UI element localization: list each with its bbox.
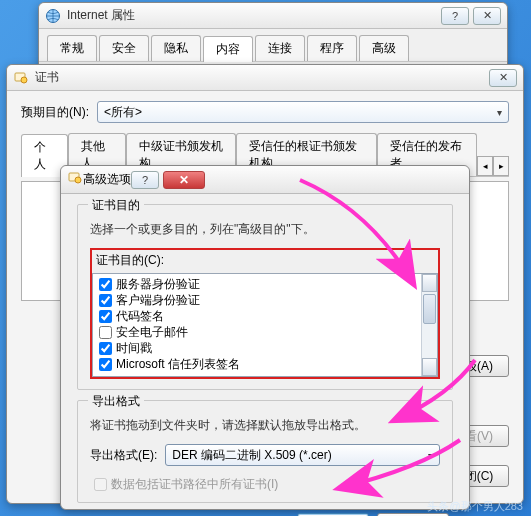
include-path-checkbox bbox=[94, 478, 107, 491]
purpose-checkbox[interactable] bbox=[99, 342, 112, 355]
purpose-item[interactable]: 时间戳 bbox=[95, 340, 419, 356]
ie-tabs: 常规 安全 隐私 内容 连接 程序 高级 bbox=[39, 29, 507, 62]
tab-general[interactable]: 常规 bbox=[47, 35, 97, 61]
tab-connections[interactable]: 连接 bbox=[255, 35, 305, 61]
purpose-item[interactable]: 服务器身份验证 bbox=[95, 276, 419, 292]
close-button[interactable]: ✕ bbox=[489, 69, 517, 87]
export-format-value: DER 编码二进制 X.509 (*.cer) bbox=[172, 447, 331, 464]
purpose-checkbox[interactable] bbox=[99, 278, 112, 291]
intended-purpose-combo[interactable]: <所有> bbox=[97, 101, 509, 123]
svg-point-4 bbox=[75, 177, 81, 183]
tab-privacy[interactable]: 隐私 bbox=[151, 35, 201, 61]
watermark: 头条@那个男人283 bbox=[427, 499, 523, 514]
certificate-icon bbox=[67, 170, 83, 189]
purpose-list-label: 证书目的(C): bbox=[92, 250, 438, 273]
export-groupbox: 导出格式 将证书拖动到文件夹时，请选择默认拖放导出格式。 导出格式(E): DE… bbox=[77, 400, 453, 503]
close-button[interactable]: ✕ bbox=[473, 7, 501, 25]
tab-advanced[interactable]: 高级 bbox=[359, 35, 409, 61]
close-button[interactable]: ✕ bbox=[163, 171, 205, 189]
include-path-label: 数据包括证书路径中所有证书(I) bbox=[111, 476, 278, 493]
purpose-hint: 选择一个或更多目的，列在"高级目的"下。 bbox=[90, 221, 440, 238]
purpose-checkbox[interactable] bbox=[99, 294, 112, 307]
dialog-title: 高级选项 bbox=[83, 171, 131, 188]
help-button[interactable]: ? bbox=[131, 171, 159, 189]
purpose-item[interactable]: 安全电子邮件 bbox=[95, 324, 419, 340]
export-format-label: 导出格式(E): bbox=[90, 447, 157, 464]
window-title: Internet 属性 bbox=[67, 7, 441, 24]
titlebar: 证书 ✕ bbox=[7, 65, 523, 91]
purpose-checkbox[interactable] bbox=[99, 310, 112, 323]
window-title: 证书 bbox=[35, 69, 489, 86]
purpose-highlight-box: 证书目的(C): 服务器身份验证 客户端身份验证 代码签名 安全电子邮件 时间戳… bbox=[90, 248, 440, 379]
tab-scroll-left[interactable]: ◂ bbox=[477, 156, 493, 176]
tab-scroll-right[interactable]: ▸ bbox=[493, 156, 509, 176]
help-button[interactable]: ? bbox=[441, 7, 469, 25]
intended-purpose-value: <所有> bbox=[104, 104, 142, 121]
advanced-options-dialog: 高级选项 ? ✕ 证书目的 选择一个或更多目的，列在"高级目的"下。 证书目的(… bbox=[60, 165, 470, 510]
tab-security[interactable]: 安全 bbox=[99, 35, 149, 61]
globe-icon bbox=[45, 8, 61, 24]
purpose-item[interactable]: 客户端身份验证 bbox=[95, 292, 419, 308]
intended-purpose-label: 预期目的(N): bbox=[21, 104, 89, 121]
include-path-row[interactable]: 数据包括证书路径中所有证书(I) bbox=[90, 476, 440, 492]
tab-programs[interactable]: 程序 bbox=[307, 35, 357, 61]
purpose-groupbox: 证书目的 选择一个或更多目的，列在"高级目的"下。 证书目的(C): 服务器身份… bbox=[77, 204, 453, 390]
purpose-checkbox[interactable] bbox=[99, 358, 112, 371]
scroll-thumb[interactable] bbox=[423, 294, 436, 324]
checklist-scrollbar[interactable] bbox=[421, 274, 437, 376]
certificate-icon bbox=[13, 70, 29, 86]
titlebar: Internet 属性 ? ✕ bbox=[39, 3, 507, 29]
svg-point-2 bbox=[21, 77, 27, 83]
export-format-combo[interactable]: DER 编码二进制 X.509 (*.cer) bbox=[165, 444, 440, 466]
purpose-checklist: 服务器身份验证 客户端身份验证 代码签名 安全电子邮件 时间戳 Microsof… bbox=[92, 273, 438, 377]
export-hint: 将证书拖动到文件夹时，请选择默认拖放导出格式。 bbox=[90, 417, 440, 434]
purpose-group-legend: 证书目的 bbox=[88, 197, 144, 214]
titlebar: 高级选项 ? ✕ bbox=[61, 166, 469, 194]
purpose-item[interactable]: Microsoft 信任列表签名 bbox=[95, 356, 419, 372]
purpose-checkbox[interactable] bbox=[99, 326, 112, 339]
purpose-item[interactable]: 代码签名 bbox=[95, 308, 419, 324]
export-group-legend: 导出格式 bbox=[88, 393, 144, 410]
tab-content[interactable]: 内容 bbox=[203, 36, 253, 62]
